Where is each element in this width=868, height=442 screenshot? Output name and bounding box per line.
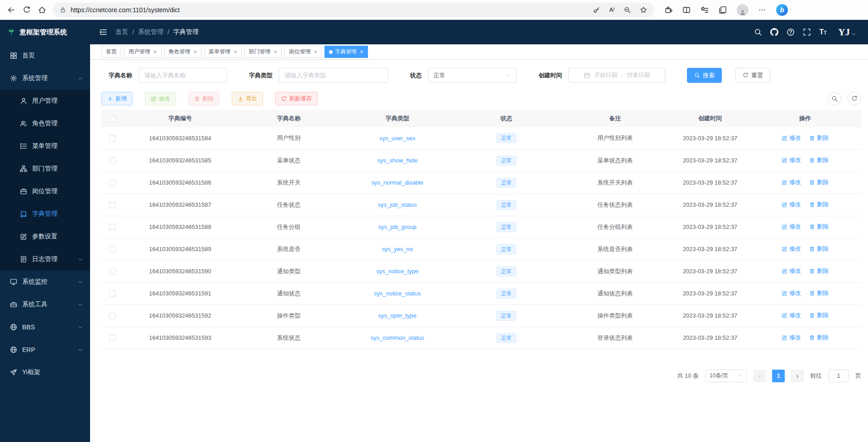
tab-home[interactable]: 首页	[101, 46, 121, 58]
address-bar[interactable]: https://ccnetcore.com:1101/system/dict A…	[52, 3, 654, 17]
edit-button[interactable]: 修改	[145, 92, 176, 105]
tab-menu-mgmt[interactable]: 菜单管理×	[204, 46, 242, 58]
breadcrumb-system[interactable]: 系统管理	[138, 28, 163, 36]
sidebar-item-log-mgmt[interactable]: 日志管理	[0, 248, 90, 271]
row-checkbox[interactable]	[110, 180, 116, 186]
dict-type-link[interactable]: sys_oper_type	[378, 312, 417, 319]
close-icon[interactable]: ×	[274, 48, 277, 55]
dict-type-link[interactable]: sys_user_sex	[379, 135, 415, 142]
row-checkbox[interactable]	[110, 335, 116, 341]
tab-dict-mgmt[interactable]: 字典管理×	[324, 46, 368, 58]
sidebar-item-menu-mgmt[interactable]: 菜单管理	[0, 135, 90, 157]
refresh-cache-button[interactable]: 刷新缓存	[275, 92, 318, 105]
dict-type-link[interactable]: sys_job_status	[378, 201, 417, 208]
prev-page-button[interactable]: ‹	[753, 370, 766, 382]
row-edit-button[interactable]: 修改	[782, 134, 801, 142]
sidebar-item-role-mgmt[interactable]: 角色管理	[0, 112, 90, 135]
row-delete-button[interactable]: 删除	[809, 245, 829, 253]
sidebar-item-dict-mgmt[interactable]: 字典管理	[0, 203, 90, 225]
tab-user-mgmt[interactable]: 用户管理×	[124, 46, 162, 58]
select-all-checkbox[interactable]	[110, 116, 116, 122]
sidebar-item-bbs[interactable]: BBS	[0, 316, 90, 338]
row-edit-button[interactable]: 修改	[782, 289, 801, 297]
zoom-icon[interactable]	[624, 6, 631, 14]
row-delete-button[interactable]: 删除	[809, 178, 829, 186]
sidebar-item-param-settings[interactable]: 参数设置	[0, 225, 90, 248]
page-size-select[interactable]: 10条/页	[705, 370, 747, 382]
dict-name-input[interactable]	[138, 68, 227, 83]
row-edit-button[interactable]: 修改	[782, 178, 801, 186]
row-edit-button[interactable]: 修改	[782, 267, 801, 275]
row-edit-button[interactable]: 修改	[782, 156, 801, 164]
close-icon[interactable]: ×	[234, 48, 237, 55]
sidebar-item-post-mgmt[interactable]: 岗位管理	[0, 180, 90, 203]
collections-icon[interactable]	[719, 6, 727, 14]
sidebar-item-system-mgmt[interactable]: 系统管理	[0, 67, 90, 90]
refresh-icon[interactable]	[19, 2, 34, 18]
extensions-icon[interactable]	[664, 6, 672, 14]
close-icon[interactable]: ×	[153, 48, 157, 55]
export-button[interactable]: 导出	[232, 92, 263, 105]
sidebar-item-yi-framework[interactable]: Yi框架	[0, 361, 90, 384]
dict-type-input[interactable]	[279, 68, 388, 83]
search-button[interactable]: 搜索	[687, 68, 722, 83]
bing-chat-icon[interactable]: b	[776, 4, 788, 16]
row-edit-button[interactable]: 修改	[782, 245, 801, 253]
sidebar-toggle-icon[interactable]	[99, 28, 107, 36]
row-checkbox[interactable]	[110, 202, 116, 208]
page-1-button[interactable]: 1	[772, 370, 785, 382]
row-delete-button[interactable]: 删除	[809, 333, 829, 342]
close-icon[interactable]: ×	[194, 48, 197, 55]
dict-type-link[interactable]: sys_yes_no	[382, 246, 413, 252]
split-screen-icon[interactable]	[682, 6, 691, 14]
row-checkbox[interactable]	[110, 135, 116, 142]
toggle-search-button[interactable]	[828, 92, 841, 105]
dict-type-link[interactable]: sys_notice_type	[376, 268, 418, 275]
dict-type-link[interactable]: sys_common_status	[371, 334, 424, 341]
favorites-bar-icon[interactable]	[701, 6, 709, 14]
dict-type-link[interactable]: sys_job_group	[378, 223, 417, 230]
sidebar-item-user-mgmt[interactable]: 用户管理	[0, 90, 90, 112]
breadcrumb-home[interactable]: 首页	[115, 28, 128, 36]
sidebar-item-system-monitor[interactable]: 系统监控	[0, 271, 90, 293]
user-menu[interactable]: YJ	[838, 28, 856, 37]
refresh-table-button[interactable]	[848, 92, 861, 105]
delete-button[interactable]: 删除	[188, 92, 219, 105]
row-checkbox[interactable]	[110, 290, 116, 297]
row-checkbox[interactable]	[110, 224, 116, 230]
tab-role-mgmt[interactable]: 角色管理×	[164, 46, 202, 58]
back-icon[interactable]	[4, 2, 19, 18]
close-icon[interactable]: ×	[360, 48, 363, 55]
row-delete-button[interactable]: 删除	[809, 134, 829, 142]
more-menu-icon[interactable]: ⋯	[758, 5, 766, 14]
row-checkbox[interactable]	[110, 157, 116, 164]
row-delete-button[interactable]: 删除	[809, 267, 829, 275]
help-icon[interactable]	[787, 28, 795, 36]
close-icon[interactable]: ×	[314, 48, 317, 55]
reset-button[interactable]: 重置	[735, 68, 770, 83]
next-page-button[interactable]: ›	[791, 370, 804, 382]
row-checkbox[interactable]	[110, 246, 116, 252]
row-delete-button[interactable]: 删除	[809, 311, 829, 319]
sidebar-item-system-tools[interactable]: 系统工具	[0, 293, 90, 316]
tab-post-mgmt[interactable]: 岗位管理×	[284, 46, 322, 58]
url-text[interactable]: https://ccnetcore.com:1101/system/dict	[71, 6, 180, 14]
goto-page-input[interactable]	[828, 370, 849, 382]
sidebar-item-home[interactable]: 首页	[0, 44, 90, 67]
row-edit-button[interactable]: 修改	[782, 223, 801, 231]
tab-dept-mgmt[interactable]: 部门管理×	[244, 46, 282, 58]
home-icon[interactable]	[34, 2, 50, 18]
row-delete-button[interactable]: 删除	[809, 156, 829, 164]
read-aloud-icon[interactable]: A)	[609, 6, 615, 13]
row-delete-button[interactable]: 删除	[809, 223, 829, 231]
date-range-picker[interactable]: 开始日期 - 结束日期	[568, 68, 665, 83]
row-edit-button[interactable]: 修改	[782, 311, 801, 319]
dict-type-link[interactable]: sys_normal_disable	[372, 179, 424, 186]
password-key-icon[interactable]	[593, 6, 600, 14]
row-edit-button[interactable]: 修改	[782, 333, 801, 342]
row-delete-button[interactable]: 删除	[809, 200, 829, 209]
font-size-icon[interactable]: TT	[819, 29, 826, 36]
fullscreen-icon[interactable]	[803, 28, 811, 36]
row-checkbox[interactable]	[110, 313, 116, 319]
sidebar-item-dept-mgmt[interactable]: 部门管理	[0, 157, 90, 180]
